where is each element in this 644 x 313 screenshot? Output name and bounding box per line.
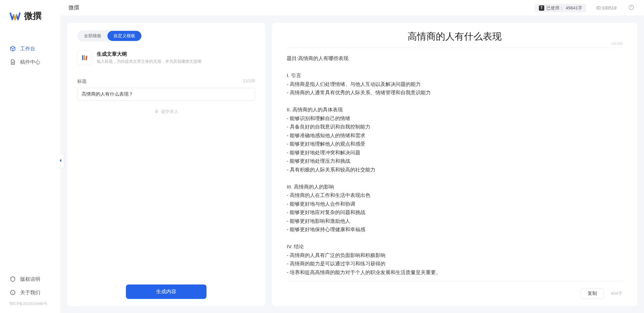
- char-count: 404字: [611, 291, 623, 297]
- chevron-left-icon: [59, 158, 62, 164]
- books-icon: [77, 50, 92, 65]
- template-name: 生成文章大纲: [97, 51, 201, 57]
- tab-custom-templates[interactable]: 自定义模板: [107, 31, 141, 41]
- config-panel: 全部模板 自定义模板 生成文章大纲 输入标题，为你提供文章主体的灵感，并为其创建…: [67, 23, 265, 306]
- nav-label: 稿件中心: [20, 59, 40, 65]
- mic-icon: [154, 109, 159, 115]
- usage-badge[interactable]: T 已使用： 45641字: [535, 4, 586, 12]
- user-id: ID:100519: [596, 5, 616, 10]
- output-footer: 复制 404字: [287, 281, 623, 299]
- output-body[interactable]: 题目:高情商的人有哪些表现 I. 引言 - 高情商是指人们处理情绪、与他人互动以…: [287, 54, 623, 276]
- footer-label: 版权说明: [20, 276, 40, 282]
- sidebar-collapse-button[interactable]: [57, 154, 64, 168]
- cube-icon: [9, 45, 16, 52]
- nav-item-drafts[interactable]: 稿件中心: [0, 55, 60, 69]
- footer-copyright[interactable]: 版权说明: [9, 272, 51, 286]
- sidebar: 微撰 工作台 稿件中心 版权说明: [0, 0, 60, 313]
- usage-value: 45641字: [566, 5, 582, 11]
- nav-item-workspace[interactable]: 工作台: [0, 42, 60, 55]
- main: 微撰 T 已使用： 45641字 ID:100519: [60, 0, 644, 313]
- logo-text: 微撰: [24, 10, 42, 22]
- field-counter: 11/100: [243, 79, 255, 85]
- power-icon: [628, 4, 634, 12]
- template-desc: 输入标题，为你提供文章主体的灵感，并为其创建推文提纲: [97, 59, 201, 64]
- icp-text: 鄂ICP备2022016946号: [0, 299, 60, 306]
- title-input[interactable]: [77, 88, 255, 101]
- copy-button[interactable]: 复制: [581, 288, 604, 299]
- svg-rect-2: [82, 55, 84, 60]
- template-card: 生成文章大纲 输入标题，为你提供文章主体的灵感，并为其创建推文提纲: [77, 50, 255, 65]
- generate-button[interactable]: 生成内容: [126, 284, 206, 299]
- document-icon: [9, 59, 16, 65]
- voice-input-button[interactable]: 请空录入: [77, 109, 255, 115]
- logo-icon: [9, 10, 21, 22]
- shield-icon: [9, 276, 16, 282]
- info-icon: [9, 289, 16, 296]
- content: 全部模板 自定义模板 生成文章大纲 输入标题，为你提供文章主体的灵感，并为其创建…: [60, 16, 644, 313]
- topbar-right: T 已使用： 45641字 ID:100519: [535, 3, 636, 13]
- sidebar-footer: 版权说明 关于我们: [0, 272, 60, 299]
- template-tabs: 全部模板 自定义模板: [77, 30, 142, 42]
- output-title[interactable]: 高情商的人有什么表现: [287, 30, 623, 43]
- usage-prefix: 已使用：: [546, 5, 564, 11]
- svg-rect-3: [84, 55, 85, 60]
- output-title-row: 高情商的人有什么表现 10/100: [287, 30, 623, 48]
- title-field-block: 标题 11/100: [77, 79, 255, 101]
- svg-rect-5: [156, 109, 157, 112]
- footer-about[interactable]: 关于我们: [9, 286, 51, 299]
- topbar: 微撰 T 已使用： 45641字 ID:100519: [60, 0, 644, 16]
- nav: 工作台 稿件中心: [0, 42, 60, 272]
- generate-bar: 生成内容: [77, 278, 255, 299]
- token-icon: T: [539, 5, 544, 11]
- footer-label: 关于我们: [20, 290, 40, 296]
- logo: 微撰: [0, 10, 60, 22]
- output-title-counter: 10/100: [611, 42, 623, 46]
- voice-hint-text: 请空录入: [161, 109, 178, 115]
- tab-all-templates[interactable]: 全部模板: [78, 31, 107, 41]
- app-root: 微撰 工作台 稿件中心 版权说明: [0, 0, 644, 313]
- svg-rect-4: [86, 56, 87, 60]
- field-label: 标题: [77, 79, 87, 85]
- output-panel: 高情商的人有什么表现 10/100 题目:高情商的人有哪些表现 I. 引言 - …: [272, 23, 637, 306]
- topbar-title: 微撰: [68, 4, 79, 11]
- power-button[interactable]: [627, 3, 636, 13]
- nav-label: 工作台: [20, 46, 35, 52]
